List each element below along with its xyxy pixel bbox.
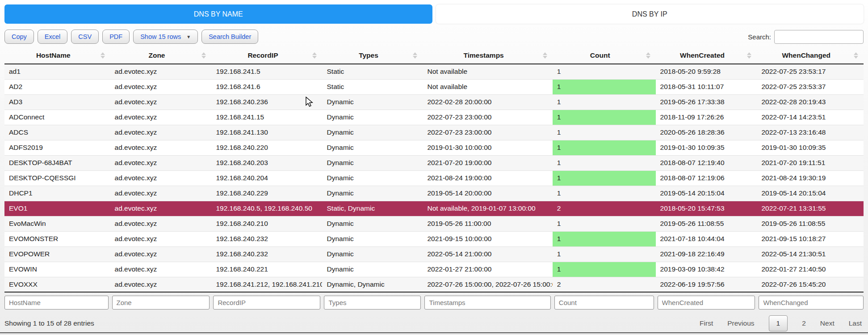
sort-icon (312, 52, 317, 59)
tab-dns-by-name[interactable]: DNS BY NAME (4, 4, 432, 24)
cell-timestamps: 2019-05-26 11:00:00 (423, 216, 552, 231)
filter-input-hostname[interactable] (4, 296, 109, 310)
table-row[interactable]: EvoMacWinad.evotec.xyz192.168.240.210Dyn… (4, 216, 864, 231)
table-row[interactable]: ADConnectad.evotec.xyz192.168.241.15Dyna… (4, 110, 864, 125)
cell-types: Dynamic, Dynamic (322, 277, 423, 292)
pagination-page-1[interactable]: 1 (769, 315, 788, 331)
cell-count: 1 (553, 216, 656, 231)
cell-types: Dynamic (322, 94, 423, 110)
pagination: First Previous 1 2 Next Last (700, 315, 862, 331)
table-row[interactable]: EVOMONSTERad.evotec.xyz192.168.240.232Dy… (4, 231, 864, 246)
cell-timestamps: 2022-02-28 20:00:00 (423, 94, 552, 110)
table-row[interactable]: DESKTOP-68J4BATad.evotec.xyz192.168.240.… (4, 155, 864, 170)
filter-input-recordip[interactable] (213, 296, 320, 310)
table-header: HostNameZoneRecordIPTypesTimestampsCount… (4, 47, 864, 64)
cell-recordip: 192.168.240.232 (211, 231, 322, 246)
sort-icon (854, 52, 858, 59)
filter-input-types[interactable] (324, 296, 421, 310)
cell-timestamps: 2019-01-30 10:00:00 (423, 140, 552, 155)
column-header-recordip[interactable]: RecordIP (211, 47, 322, 64)
cell-timestamps: 2022-01-27 21:00:00 (423, 262, 552, 277)
show-rows-button[interactable]: Show 15 rows▼ (133, 30, 198, 44)
table-row[interactable]: EVOWINad.evotec.xyz192.168.240.221Dynami… (4, 262, 864, 277)
cell-hostname: EVOMONSTER (4, 231, 110, 246)
column-header-label: HostName (36, 51, 71, 59)
cell-types: Dynamic (322, 170, 423, 186)
cell-recordip: 192.168.240.5, 192.168.240.50 (211, 201, 322, 216)
column-header-timestamps[interactable]: Timestamps (423, 47, 552, 64)
cell-zone: ad.evotec.xyz (110, 110, 212, 125)
cell-count: 1 (553, 79, 656, 94)
cell-recordip: 192.168.240.229 (211, 186, 322, 201)
pagination-previous[interactable]: Previous (727, 319, 754, 327)
cell-timestamps: 2022-07-23 23:00:00 (423, 125, 552, 140)
cell-hostname: ADFS2019 (4, 140, 110, 155)
filter-input-zone[interactable] (112, 296, 210, 310)
table-row[interactable]: ADFS2019ad.evotec.xyz192.168.240.220Dyna… (4, 140, 864, 155)
pagination-first[interactable]: First (700, 319, 713, 327)
pagination-last[interactable]: Last (849, 319, 862, 327)
cell-types: Dynamic (322, 262, 423, 277)
cell-whencreated: 2021-09-18 22:16:49 (656, 246, 757, 262)
copy-button[interactable]: Copy (4, 30, 34, 44)
sort-icon (747, 52, 751, 59)
cell-whenchanged: 2022-07-14 14:23:51 (757, 110, 864, 125)
cell-whencreated: 2018-08-07 12:19:40 (656, 155, 757, 170)
search-input[interactable] (774, 30, 864, 44)
cell-whenchanged: 2022-07-13 23:16:48 (757, 125, 864, 140)
table-row[interactable]: ad1ad.evotec.xyz192.168.241.5StaticNot a… (4, 64, 864, 79)
table-row[interactable]: EVO1ad.evotec.xyz192.168.240.5, 192.168.… (4, 201, 864, 216)
cell-recordip: 192.168.240.210 (211, 216, 322, 231)
filter-input-whencreated[interactable] (658, 296, 755, 310)
cell-types: Dynamic (322, 155, 423, 170)
table-row[interactable]: ADCSad.evotec.xyz192.168.241.130Dynamic2… (4, 125, 864, 140)
table-row[interactable]: EVOPOWERad.evotec.xyz192.168.240.232Dyna… (4, 246, 864, 262)
cell-zone: ad.evotec.xyz (110, 94, 212, 110)
cell-recordip: 192.168.241.6 (211, 79, 322, 94)
table-row[interactable]: AD3ad.evotec.xyz192.168.240.236Dynamic20… (4, 94, 864, 110)
column-header-whenchanged[interactable]: WhenChanged (757, 47, 864, 64)
show-rows-label: Show 15 rows (140, 33, 181, 40)
filter-input-count[interactable] (554, 296, 654, 310)
cell-count: 1 (553, 140, 656, 155)
cell-count: 1 (553, 94, 656, 110)
column-header-types[interactable]: Types (322, 47, 423, 64)
column-header-whencreated[interactable]: WhenCreated (656, 47, 757, 64)
cell-whenchanged: 2019-05-14 20:15:04 (757, 186, 864, 201)
cell-hostname: DESKTOP-68J4BAT (4, 155, 110, 170)
tab-dns-by-ip[interactable]: DNS BY IP (436, 4, 864, 24)
search-label: Search: (748, 33, 771, 41)
pagination-next[interactable]: Next (820, 319, 834, 327)
column-header-count[interactable]: Count (553, 47, 656, 64)
cell-types: Dynamic (322, 246, 423, 262)
cell-hostname: EVOXXX (4, 277, 110, 292)
column-header-label: WhenChanged (782, 51, 830, 59)
cell-count: 1 (553, 155, 656, 170)
pagination-page-2[interactable]: 2 (802, 319, 806, 327)
cell-whencreated: 2018-05-20 9:59:28 (656, 64, 757, 79)
sort-icon (543, 52, 547, 59)
column-header-zone[interactable]: Zone (110, 47, 212, 64)
table-row[interactable]: EVOXXXad.evotec.xyz192.168.241.212, 192.… (4, 277, 864, 292)
cell-zone: ad.evotec.xyz (110, 231, 212, 246)
pdf-button[interactable]: PDF (102, 30, 130, 44)
cell-whencreated: 2018-11-09 17:26:26 (656, 110, 757, 125)
table-row[interactable]: DESKTOP-CQESSGIad.evotec.xyz192.168.240.… (4, 170, 864, 186)
column-header-hostname[interactable]: HostName (4, 47, 110, 64)
table-row[interactable]: DHCP1ad.evotec.xyz192.168.240.229Dynamic… (4, 186, 864, 201)
csv-button[interactable]: CSV (71, 30, 99, 44)
search-builder-button[interactable]: Search Builder (201, 30, 258, 44)
chevron-down-icon: ▼ (186, 34, 191, 39)
cell-count: 1 (553, 246, 656, 262)
cell-hostname: EVOPOWER (4, 246, 110, 262)
filter-input-whenchanged[interactable] (759, 296, 864, 310)
table-row[interactable]: AD2ad.evotec.xyz192.168.241.6StaticNot a… (4, 79, 864, 94)
filter-input-timestamps[interactable] (424, 296, 550, 310)
cell-types: Dynamic (322, 140, 423, 155)
cell-whencreated: 2022-06-19 19:57:56 (656, 277, 757, 292)
cell-whenchanged: 2021-09-15 10:18:27 (757, 231, 864, 246)
table-footer: Showing 1 to 15 of 28 entries First Prev… (0, 311, 868, 331)
cell-timestamps: 2021-09-15 10:00:00 (423, 231, 552, 246)
cell-hostname: EVOWIN (4, 262, 110, 277)
excel-button[interactable]: Excel (38, 30, 67, 44)
